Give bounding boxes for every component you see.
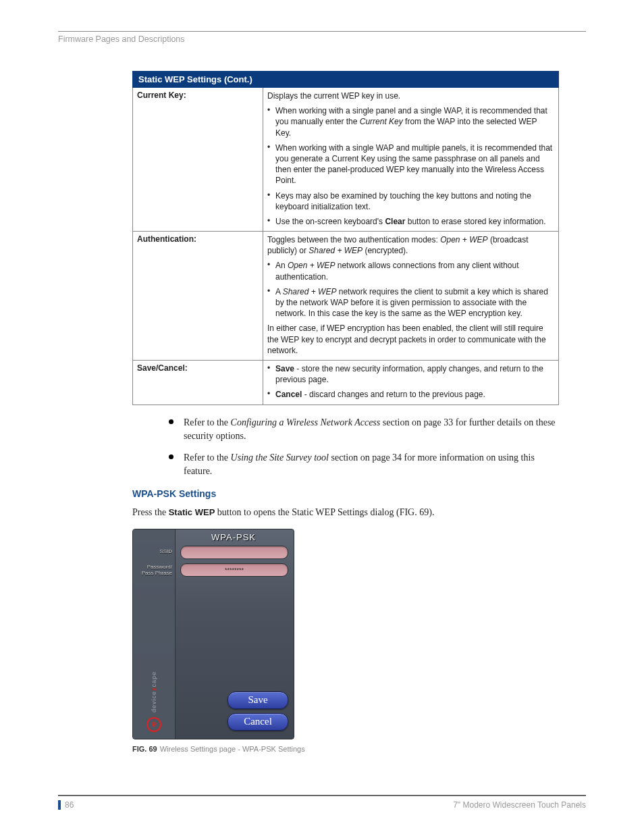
table-row: Authentication: Toggles between the two … <box>133 232 559 361</box>
row-label-current-key: Current Key: <box>133 88 263 232</box>
figure-caption: FIG. 69Wireless Settings page - WPA-PSK … <box>132 745 559 753</box>
save-button[interactable]: Save <box>227 692 288 709</box>
row-content-authentication: Toggles between the two authentication m… <box>263 232 559 361</box>
cancel-desc: Cancel - discard changes and return to t… <box>275 389 554 400</box>
footer-accent-bar <box>58 800 61 810</box>
auth-b1: An Open + WEP network allows connections… <box>275 260 554 282</box>
ssid-input[interactable] <box>180 546 288 559</box>
product-name: 7" Modero Widescreen Touch Panels <box>453 800 586 810</box>
note-1: Refer to the Configuring a Wireless Netw… <box>169 416 559 444</box>
wep-settings-table: Static WEP Settings (Cont.) Current Key:… <box>132 71 559 405</box>
dialog-title: WPA-PSK <box>173 529 294 544</box>
save-desc: Save - store the new security informatio… <box>275 363 554 385</box>
row-label-authentication: Authentication: <box>133 232 263 361</box>
current-key-b3: Keys may also be examined by touching th… <box>275 190 554 212</box>
brand-logo-icon: e <box>146 717 161 732</box>
table-row: Current Key: Displays the current WEP ke… <box>133 88 559 232</box>
page-number: 86 <box>65 800 74 810</box>
row-content-savecancel: • Save - store the new security informat… <box>263 360 559 405</box>
current-key-b1: When working with a single panel and a s… <box>275 105 554 138</box>
wpa-psk-dialog: SSID Password/Pass Phrase devicescape e … <box>132 529 294 739</box>
table-title: Static WEP Settings (Cont.) <box>133 72 559 88</box>
header-section-title: Firmware Pages and Descriptions <box>58 34 586 44</box>
ssid-label: SSID <box>133 549 175 555</box>
password-input[interactable]: ******** <box>180 563 288 577</box>
auth-intro: Toggles between the two authentication m… <box>267 234 554 256</box>
row-label-savecancel: Save/Cancel: <box>133 360 263 405</box>
reference-notes: Refer to the Configuring a Wireless Netw… <box>169 416 559 479</box>
wpa-psk-heading: WPA-PSK Settings <box>132 488 559 499</box>
devicescape-brand: devicescape e <box>133 671 175 732</box>
page-footer: 86 7" Modero Widescreen Touch Panels <box>58 795 586 810</box>
note-2: Refer to the Using the Site Survey tool … <box>169 451 559 479</box>
current-key-b4: Use the on-screen keyboard's Clear butto… <box>275 216 554 227</box>
auth-outro: In either case, if WEP encryption has be… <box>267 323 554 356</box>
wpa-psk-body: Press the Static WEP button to opens the… <box>132 506 559 519</box>
auth-b2: A Shared + WEP network requires the clie… <box>275 286 554 319</box>
current-key-b2: When working with a single WAP and multi… <box>275 142 554 186</box>
current-key-intro: Displays the current WEP key in use. <box>267 90 554 101</box>
dialog-sidebar: SSID Password/Pass Phrase devicescape e <box>133 529 176 739</box>
row-content-current-key: Displays the current WEP key in use. • W… <box>263 88 559 232</box>
password-label: Password/Pass Phrase <box>133 565 175 577</box>
cancel-button[interactable]: Cancel <box>227 713 288 731</box>
table-row: Save/Cancel: • Save - store the new secu… <box>133 360 559 405</box>
